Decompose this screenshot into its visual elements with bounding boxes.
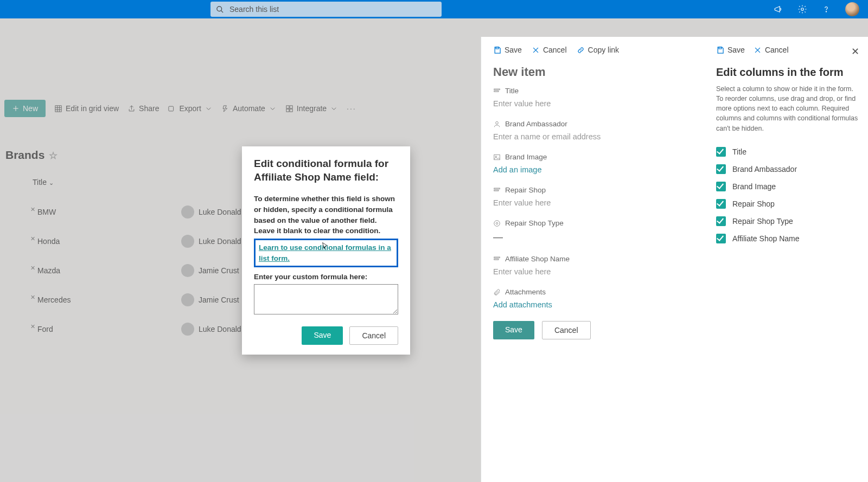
repairshop-input[interactable]: Enter value here: [493, 198, 694, 207]
checkbox-icon[interactable]: [716, 164, 726, 174]
svg-rect-22: [494, 155, 500, 159]
svg-point-0: [217, 6, 222, 11]
person-icon: [493, 120, 501, 128]
field-label-affiliate: Affiliate Shop Name: [493, 255, 694, 263]
add-image-link[interactable]: Add an image: [493, 165, 694, 174]
editcols-cancel[interactable]: Cancel: [754, 46, 789, 54]
checkbox-icon[interactable]: [716, 147, 726, 157]
affiliate-input[interactable]: Enter value here: [493, 267, 694, 276]
editcols-desc: Select a column to show or hide it in th…: [716, 84, 858, 133]
gear-icon[interactable]: [797, 4, 807, 14]
svg-rect-19: [494, 88, 500, 89]
search-box[interactable]: Search this list: [210, 2, 442, 17]
search-icon: [216, 5, 224, 14]
field-label-title: Title: [493, 87, 694, 95]
svg-rect-30: [719, 47, 722, 48]
formula-textarea[interactable]: [254, 284, 398, 314]
dialog-title: Edit conditional formula for Affiliate S…: [254, 157, 398, 184]
field-label-repairtype: Repair Shop Type: [493, 219, 694, 227]
choice-icon: [493, 220, 501, 227]
svg-rect-20: [494, 91, 499, 92]
column-toggle[interactable]: Repair Shop Type: [716, 213, 858, 230]
svg-point-27: [496, 222, 498, 224]
text-icon: [493, 255, 501, 263]
column-toggle[interactable]: Repair Shop: [716, 195, 858, 213]
form-save-bottom[interactable]: Save: [493, 321, 534, 339]
field-label-brandimage: Brand Image: [493, 153, 694, 161]
form-save-button[interactable]: Save: [493, 46, 522, 54]
formula-label: Enter your custom formula here:: [254, 273, 398, 281]
close-icon[interactable]: ✕: [851, 46, 859, 57]
text-icon: [493, 187, 501, 194]
edit-columns-panel: Save Cancel ✕ Edit columns in the form S…: [706, 37, 868, 482]
svg-rect-25: [494, 190, 499, 191]
attachment-icon: [493, 288, 501, 296]
search-placeholder: Search this list: [229, 5, 279, 14]
conditional-formula-dialog: Edit conditional formula for Affiliate S…: [242, 146, 410, 355]
column-toggle[interactable]: Affiliate Shop Name: [716, 230, 858, 247]
dialog-cancel-button[interactable]: Cancel: [349, 326, 398, 345]
column-toggle[interactable]: Brand Image: [716, 178, 858, 195]
svg-point-3: [826, 11, 826, 12]
text-icon: [493, 87, 501, 95]
learn-link[interactable]: Learn to use conditional formulas in a l…: [259, 243, 391, 262]
image-icon: [493, 153, 501, 161]
checkbox-icon[interactable]: [716, 199, 726, 209]
svg-point-2: [801, 8, 804, 11]
svg-point-21: [496, 121, 499, 124]
svg-point-26: [494, 220, 500, 226]
avatar[interactable]: [845, 2, 859, 16]
svg-rect-28: [494, 256, 500, 258]
add-attachments-link[interactable]: Add attachments: [493, 300, 694, 309]
copy-link-button[interactable]: Copy link: [577, 46, 620, 54]
editcols-save[interactable]: Save: [716, 46, 745, 54]
ambassador-input[interactable]: Enter a name or email address: [493, 132, 694, 141]
editcols-heading: Edit columns in the form: [716, 66, 858, 79]
megaphone-icon[interactable]: [774, 4, 783, 14]
field-label-repairshop: Repair Shop: [493, 186, 694, 194]
field-label-ambassador: Brand Ambassador: [493, 120, 694, 128]
dialog-description: To determine whether this field is shown…: [254, 194, 398, 236]
column-toggle[interactable]: Title: [716, 143, 858, 160]
new-item-panel: Save Cancel Copy link New item Title Ent…: [481, 37, 706, 482]
svg-rect-16: [496, 47, 499, 48]
checkbox-icon[interactable]: [716, 216, 726, 226]
checkbox-icon[interactable]: [716, 234, 726, 243]
suite-header: Search this list: [0, 0, 868, 18]
form-heading: New item: [493, 65, 694, 79]
dialog-save-button[interactable]: Save: [302, 326, 343, 345]
svg-line-1: [221, 10, 223, 12]
form-cancel-bottom[interactable]: Cancel: [542, 321, 591, 339]
repairtype-value[interactable]: —: [493, 232, 694, 243]
learn-link-highlight: Learn to use conditional formulas in a l…: [254, 239, 398, 268]
title-input[interactable]: Enter value here: [493, 99, 694, 108]
checkbox-icon[interactable]: [716, 182, 726, 191]
help-icon[interactable]: [821, 4, 831, 14]
column-toggle[interactable]: Brand Ambassador: [716, 160, 858, 178]
svg-rect-29: [494, 259, 499, 260]
svg-rect-24: [494, 188, 500, 189]
field-label-attachments: Attachments: [493, 288, 694, 296]
form-cancel-button[interactable]: Cancel: [532, 46, 567, 54]
